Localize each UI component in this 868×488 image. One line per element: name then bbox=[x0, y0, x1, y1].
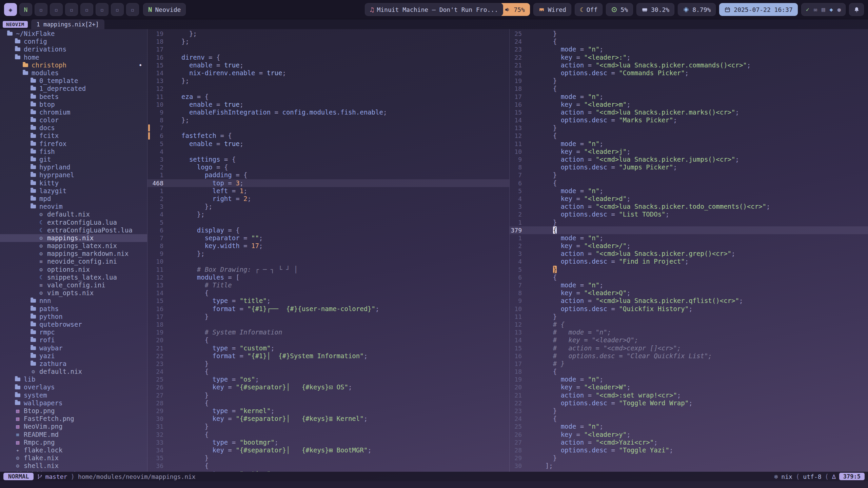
disk-module[interactable]: 5% bbox=[606, 3, 633, 16]
tree-item-snippets-latex-lua[interactable]: ☾snippets_latex.lua bbox=[0, 273, 147, 281]
git-branch[interactable]: master bbox=[37, 473, 67, 480]
code-line[interactable]: 16 key = "<leader>m"; bbox=[510, 101, 868, 108]
code-line[interactable]: 2 options.desc = "List TODOs"; bbox=[510, 210, 868, 218]
code-line[interactable]: 12 { bbox=[510, 132, 868, 140]
code-line[interactable]: 36 { bbox=[147, 462, 509, 470]
code-line[interactable]: 10 options.desc = "Quickfix History"; bbox=[510, 305, 868, 313]
code-line[interactable]: 8 key = "<leader>Q"; bbox=[510, 289, 868, 297]
code-line[interactable]: 25 } bbox=[510, 30, 868, 38]
tree-item-zathura[interactable]: zathura bbox=[0, 360, 147, 368]
command-line[interactable] bbox=[0, 481, 868, 488]
code-line[interactable]: 8 options.desc = "Jumps Picker"; bbox=[510, 163, 868, 171]
tree-item-mappings-markdown-nix[interactable]: ⚙mappings_markdown.nix bbox=[0, 250, 147, 258]
code-line[interactable]: 27 } bbox=[147, 391, 509, 399]
tree-item-mappings-nix[interactable]: ⚙mappings.nix bbox=[0, 234, 147, 242]
code-line[interactable]: 6 display = { bbox=[147, 226, 509, 234]
tree-item-git[interactable]: git bbox=[0, 156, 147, 163]
code-line[interactable]: 13 } bbox=[510, 124, 868, 132]
notification-bell[interactable] bbox=[849, 3, 864, 16]
window-title-module[interactable]: N Neovide bbox=[143, 3, 186, 16]
code-line[interactable]: 29 } bbox=[510, 454, 868, 462]
code-line[interactable]: 6 { bbox=[510, 179, 868, 187]
code-line[interactable]: 379 { bbox=[510, 226, 868, 234]
code-line[interactable]: 14 nix-direnv.enable = true; bbox=[147, 69, 509, 77]
code-line[interactable]: 3 settings = { bbox=[147, 156, 509, 163]
editor-pane-left[interactable]: 19 };18};1716direnv = {15 enable = true;… bbox=[147, 29, 509, 472]
code-line[interactable]: 28 options.desc = "Toggle Yazi"; bbox=[510, 446, 868, 454]
code-line[interactable]: 12 modules = [ bbox=[147, 273, 509, 281]
code-line[interactable]: 26 key = "<leader>y"; bbox=[510, 431, 868, 439]
code-line[interactable]: 16 # options.desc = "Clear Quickfix List… bbox=[510, 352, 868, 360]
tree-item-wallpapers[interactable]: wallpapers bbox=[0, 399, 147, 407]
idle-module[interactable]: ☾Off bbox=[575, 3, 603, 16]
tree-item-waybar[interactable]: waybar bbox=[0, 344, 147, 352]
tree-item-python[interactable]: python bbox=[0, 313, 147, 321]
code-line[interactable]: 2 right = 2; bbox=[147, 195, 509, 203]
tree-item-rmpc-png[interactable]: ▧Rmpc.png bbox=[0, 439, 147, 446]
code-line[interactable]: 12 # { bbox=[510, 321, 868, 328]
tree-item-options-nix[interactable]: ⚙options.nix bbox=[0, 266, 147, 273]
tree-item-rmpc[interactable]: rmpc bbox=[0, 328, 147, 336]
code-line[interactable]: 24 { bbox=[147, 368, 509, 375]
code-line[interactable]: 1 left = 1; bbox=[147, 187, 509, 195]
tree-item-readme-md[interactable]: ≡README.md bbox=[0, 431, 147, 439]
code-line[interactable]: 18 { bbox=[510, 368, 868, 375]
tree-item-fcitx[interactable]: fcitx bbox=[0, 132, 147, 140]
code-line[interactable]: 15 enable = true; bbox=[147, 61, 509, 69]
code-line[interactable]: 23 } bbox=[510, 407, 868, 415]
tree-item-qutebrowser[interactable]: qutebrowser bbox=[0, 321, 147, 328]
code-line[interactable]: 9 action = "<cmd>lua Snacks.picker.jumps… bbox=[510, 156, 868, 163]
code-line[interactable]: 13 # Title bbox=[147, 281, 509, 289]
cpu-module[interactable]: 8.79% bbox=[678, 3, 716, 16]
tree-item-btop-png[interactable]: ▧Btop.png bbox=[0, 407, 147, 415]
workspace-3[interactable]: ▫ bbox=[35, 3, 47, 16]
code-line[interactable]: 25 mode = "n"; bbox=[510, 423, 868, 430]
code-line[interactable]: 5 mode = "n"; bbox=[510, 187, 868, 195]
code-line[interactable]: 15 type = "title"; bbox=[147, 297, 509, 305]
workspace-1[interactable]: ◈ bbox=[4, 3, 17, 16]
tree-item-mappings-latex-nix[interactable]: ⚙mappings_latex.nix bbox=[0, 242, 147, 250]
code-line[interactable]: 21 action = "<cmd>:set wrap!<cr>"; bbox=[510, 391, 868, 399]
code-line[interactable]: 22 key = "<leader>:"; bbox=[510, 54, 868, 61]
code-line[interactable]: 20 { bbox=[147, 336, 509, 344]
code-line[interactable]: 32 { bbox=[147, 431, 509, 439]
tree-item-overlays[interactable]: overlays bbox=[0, 383, 147, 391]
music-module[interactable]: ♫ Minuit Machine – Don't Run Fro... bbox=[365, 3, 503, 16]
tree-item-christoph[interactable]: christoph• bbox=[0, 61, 147, 69]
code-line[interactable]: 6 { bbox=[510, 273, 868, 281]
code-line[interactable]: 20 options.desc = "Commands Picker"; bbox=[510, 69, 868, 77]
code-line[interactable]: 7 bbox=[147, 124, 509, 132]
code-line[interactable]: 4 bbox=[147, 148, 509, 156]
code-line[interactable]: 33 type = "bootmgr"; bbox=[147, 439, 509, 446]
code-line[interactable]: 4 key = "<leader>d"; bbox=[510, 195, 868, 203]
code-line[interactable]: 4 }; bbox=[147, 210, 509, 218]
tree-item-1-deprecated[interactable]: 1_deprecated bbox=[0, 85, 147, 93]
code-line[interactable]: 31 } bbox=[147, 423, 509, 430]
workspace-9[interactable]: ▫ bbox=[126, 3, 139, 16]
code-line[interactable]: 16direnv = { bbox=[147, 54, 509, 61]
code-line[interactable]: 20 key = "<leader>W"; bbox=[510, 383, 868, 391]
code-line[interactable]: 7 mode = "n"; bbox=[510, 281, 868, 289]
code-line[interactable]: 16 format = "{#1}┌── {#}{user-name-color… bbox=[147, 305, 509, 313]
code-line[interactable]: 29 type = "kernel"; bbox=[147, 407, 509, 415]
code-line[interactable]: 24 { bbox=[510, 38, 868, 45]
code-line[interactable]: 24 { bbox=[510, 415, 868, 423]
code-line[interactable]: 37 type = "uptime"; bbox=[147, 470, 509, 472]
tree-item-neovim[interactable]: neovim bbox=[0, 203, 147, 210]
tree-item-btop[interactable]: btop bbox=[0, 101, 147, 108]
code-line[interactable]: 19 }; bbox=[147, 30, 509, 38]
code-line[interactable]: 3 action = "<cmd>lua Snacks.picker.grep(… bbox=[510, 250, 868, 258]
workspace-6[interactable]: ▫ bbox=[80, 3, 93, 16]
tree-item-nnn[interactable]: nnn bbox=[0, 297, 147, 305]
tree-item-modules[interactable]: modules bbox=[0, 69, 147, 77]
tree-item-paths[interactable]: paths bbox=[0, 305, 147, 313]
code-line[interactable]: 19 mode = "n"; bbox=[510, 375, 868, 383]
code-line[interactable]: 11 } bbox=[510, 313, 868, 321]
tree-item-shell-nix[interactable]: ⚙shell.nix bbox=[0, 462, 147, 470]
workspace-5[interactable]: ▫ bbox=[65, 3, 78, 16]
code-line[interactable]: 8}; bbox=[147, 116, 509, 124]
tree-item-neovim-png[interactable]: ▧NeoVim.png bbox=[0, 423, 147, 430]
code-line[interactable]: 31 bbox=[510, 470, 868, 472]
tree-item-docs[interactable]: docs bbox=[0, 124, 147, 132]
code-line[interactable]: 14 { bbox=[147, 289, 509, 297]
